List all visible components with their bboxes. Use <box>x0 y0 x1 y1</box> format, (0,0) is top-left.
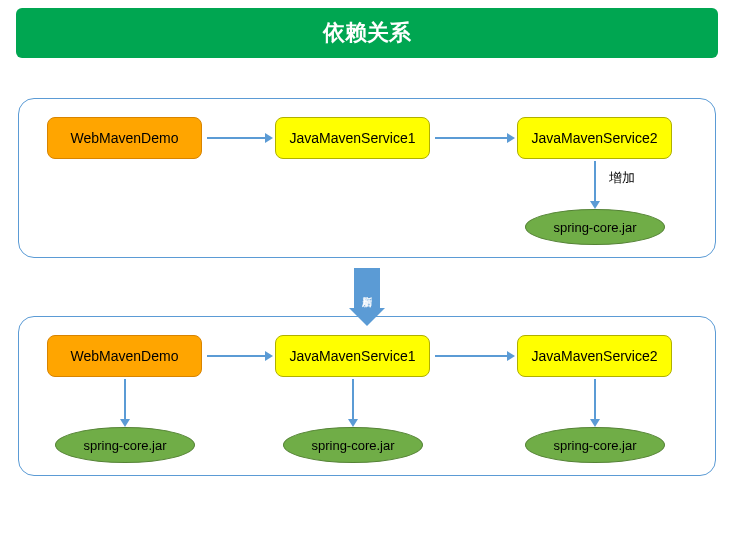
node-service1-top: JavaMavenService1 <box>275 117 430 159</box>
node-webmaven-top: WebMavenDemo <box>47 117 202 159</box>
arrow-v-icon <box>594 379 596 419</box>
jar-oval-1: spring-core.jar <box>55 427 195 463</box>
jar-oval-3: spring-core.jar <box>525 427 665 463</box>
arrow-v-icon <box>352 379 354 419</box>
arrow-h-icon <box>207 355 265 357</box>
add-label: 增加 <box>609 169 635 187</box>
arrow-h-icon <box>207 137 265 139</box>
jar-oval-2: spring-core.jar <box>283 427 423 463</box>
panel-before: WebMavenDemo JavaMavenService1 JavaMaven… <box>18 98 716 258</box>
refresh-label: 刷新后 <box>354 268 380 308</box>
arrow-h-icon <box>435 137 507 139</box>
node-service2-top: JavaMavenService2 <box>517 117 672 159</box>
diagram-title: 依赖关系 <box>16 8 718 58</box>
node-service1-bottom: JavaMavenService1 <box>275 335 430 377</box>
arrow-h-icon <box>435 355 507 357</box>
panel-after: WebMavenDemo JavaMavenService1 JavaMaven… <box>18 316 716 476</box>
arrow-v-icon <box>124 379 126 419</box>
node-webmaven-bottom: WebMavenDemo <box>47 335 202 377</box>
node-service2-bottom: JavaMavenService2 <box>517 335 672 377</box>
arrow-v-icon <box>594 161 596 201</box>
jar-oval-top: spring-core.jar <box>525 209 665 245</box>
